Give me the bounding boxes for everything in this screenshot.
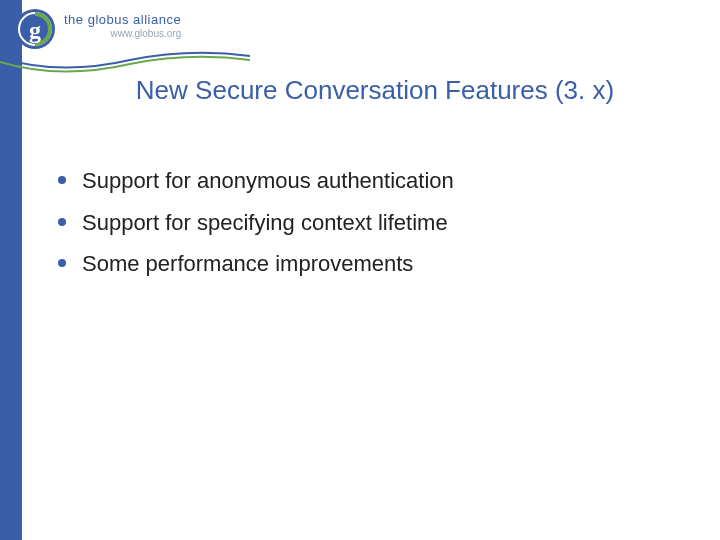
bullet-text: Support for specifying context lifetime xyxy=(82,208,448,238)
left-accent-bar xyxy=(0,0,22,540)
slide-title: New Secure Conversation Features (3. x) xyxy=(80,74,670,107)
list-item: Some performance improvements xyxy=(58,249,668,279)
globus-logo: g the globus alliance www.globus.org xyxy=(12,6,181,52)
list-item: Support for specifying context lifetime xyxy=(58,208,668,238)
bullet-icon xyxy=(58,259,66,267)
bullet-list: Support for anonymous authentication Sup… xyxy=(58,166,668,291)
bullet-text: Support for anonymous authentication xyxy=(82,166,454,196)
bullet-text: Some performance improvements xyxy=(82,249,413,279)
bullet-icon xyxy=(58,218,66,226)
bullet-icon xyxy=(58,176,66,184)
list-item: Support for anonymous authentication xyxy=(58,166,668,196)
svg-text:g: g xyxy=(29,17,41,43)
globus-g-icon: g xyxy=(12,6,58,52)
logo-url-text: www.globus.org xyxy=(111,28,182,39)
logo-alliance-text: the globus alliance xyxy=(64,12,181,27)
